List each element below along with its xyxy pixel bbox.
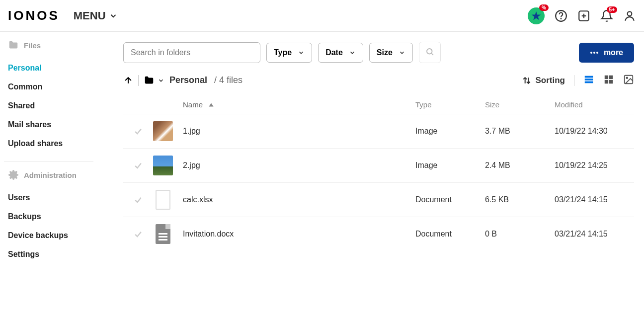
- account-button[interactable]: [623, 9, 636, 22]
- svg-point-10: [593, 52, 595, 54]
- filter-type-button[interactable]: Type: [266, 43, 312, 63]
- sorting-button[interactable]: Sorting: [522, 76, 565, 85]
- file-modified: 03/21/24 14:15: [555, 195, 634, 204]
- svg-line-8: [431, 53, 433, 55]
- check-icon: [133, 195, 143, 205]
- sidebar-item-backups[interactable]: Backups: [8, 207, 111, 226]
- file-size: 6.5 KB: [485, 195, 555, 204]
- search-icon: [425, 47, 434, 56]
- breadcrumb-file-count: / 4 files: [214, 75, 242, 85]
- breadcrumb-folder-button[interactable]: [144, 75, 164, 86]
- sidebar: Files Personal Common Shared Mail shares…: [0, 32, 111, 272]
- folder-icon: [8, 40, 19, 51]
- promo-button[interactable]: %: [528, 7, 545, 24]
- svg-point-20: [626, 77, 628, 79]
- sort-asc-icon: [208, 101, 215, 108]
- file-size: 0 B: [485, 230, 555, 239]
- header: IONOS MENU % 5+: [0, 0, 644, 32]
- file-size: 2.4 MB: [485, 161, 555, 170]
- file-row[interactable]: Invitation.docx Document 0 B 03/21/24 14…: [123, 217, 634, 251]
- sidebar-item-settings[interactable]: Settings: [8, 245, 111, 264]
- view-grid-button[interactable]: [603, 74, 614, 86]
- column-type[interactable]: Type: [415, 100, 485, 109]
- file-name: Invitation.docx: [183, 230, 415, 239]
- filter-size-label: Size: [377, 48, 393, 57]
- row-checkbox[interactable]: [123, 229, 153, 239]
- file-thumbnail: [153, 224, 173, 244]
- column-name[interactable]: Name: [183, 100, 415, 109]
- up-arrow-icon[interactable]: [123, 76, 133, 85]
- view-gallery-button[interactable]: [623, 74, 634, 86]
- svg-rect-17: [605, 80, 608, 83]
- sidebar-item-upload-shares[interactable]: Upload shares: [8, 134, 111, 153]
- file-type: Image: [415, 161, 485, 170]
- sidebar-item-personal[interactable]: Personal: [8, 59, 111, 78]
- check-icon: [133, 160, 143, 170]
- filter-size-button[interactable]: Size: [369, 43, 413, 63]
- view-list-button[interactable]: [583, 74, 594, 86]
- filter-type-label: Type: [274, 48, 292, 57]
- file-thumbnail: [153, 156, 173, 175]
- file-modified: 10/19/22 14:30: [555, 127, 634, 136]
- add-button[interactable]: [577, 9, 590, 22]
- image-icon: [623, 74, 634, 85]
- svg-point-1: [561, 18, 561, 18]
- sidebar-files-label: Files: [24, 41, 41, 50]
- sidebar-section-admin: Administration: [8, 169, 111, 180]
- gear-icon: [8, 169, 19, 180]
- list-icon: [583, 74, 594, 85]
- filter-date-button[interactable]: Date: [318, 43, 363, 63]
- chevron-down-icon: [349, 49, 356, 56]
- svg-marker-21: [209, 103, 213, 106]
- separator: [138, 75, 139, 86]
- separator: [574, 75, 574, 86]
- table-header: Name Type Size Modified: [123, 95, 634, 114]
- file-row[interactable]: 2.jpg Image 2.4 MB 10/19/22 14:25: [123, 148, 634, 182]
- file-name: calc.xlsx: [183, 195, 415, 204]
- search-input[interactable]: [123, 42, 260, 63]
- sidebar-item-shared[interactable]: Shared: [8, 96, 111, 115]
- user-icon: [623, 9, 636, 22]
- plus-square-icon: [577, 9, 590, 22]
- file-thumbnail: [153, 190, 173, 210]
- breadcrumb: Personal / 4 files Sorting: [123, 74, 634, 86]
- sort-icon: [522, 76, 532, 85]
- sidebar-item-users[interactable]: Users: [8, 188, 111, 207]
- file-row[interactable]: 1.jpg Image 3.7 MB 10/19/22 14:30: [123, 114, 634, 148]
- sidebar-item-common[interactable]: Common: [8, 78, 111, 96]
- chevron-down-icon: [109, 11, 118, 20]
- more-button[interactable]: more: [579, 43, 634, 63]
- check-icon: [133, 229, 143, 239]
- file-row[interactable]: calc.xlsx Document 6.5 KB 03/21/24 14:15: [123, 182, 634, 217]
- chevron-down-icon: [158, 77, 164, 84]
- sorting-label: Sorting: [536, 76, 565, 85]
- file-type: Document: [415, 230, 485, 239]
- help-button[interactable]: [555, 9, 567, 22]
- column-size[interactable]: Size: [485, 100, 555, 109]
- promo-badge: %: [539, 4, 549, 11]
- file-modified: 10/19/22 14:25: [555, 161, 634, 170]
- file-name: 2.jpg: [183, 161, 415, 170]
- menu-button[interactable]: MENU: [74, 9, 118, 22]
- svg-rect-16: [609, 76, 613, 79]
- file-thumbnail: [153, 121, 173, 141]
- file-type: Image: [415, 127, 485, 136]
- svg-rect-13: [585, 79, 593, 80]
- svg-point-7: [427, 49, 432, 54]
- row-checkbox[interactable]: [123, 195, 153, 205]
- file-name: 1.jpg: [183, 127, 415, 136]
- row-checkbox[interactable]: [123, 160, 153, 170]
- search-icon-button[interactable]: [419, 42, 441, 63]
- notifications-badge: 5+: [607, 6, 617, 13]
- svg-point-9: [590, 52, 592, 54]
- svg-rect-12: [585, 76, 593, 78]
- sidebar-section-files: Files: [8, 40, 111, 51]
- file-size: 3.7 MB: [485, 127, 555, 136]
- column-modified[interactable]: Modified: [555, 100, 634, 109]
- notifications-button[interactable]: 5+: [600, 9, 613, 22]
- row-checkbox[interactable]: [123, 126, 153, 136]
- sidebar-item-device-backups[interactable]: Device backups: [8, 226, 111, 245]
- file-modified: 03/21/24 14:15: [555, 230, 634, 239]
- toolbar: Type Date Size more: [123, 42, 634, 63]
- sidebar-item-mail-shares[interactable]: Mail shares: [8, 115, 111, 134]
